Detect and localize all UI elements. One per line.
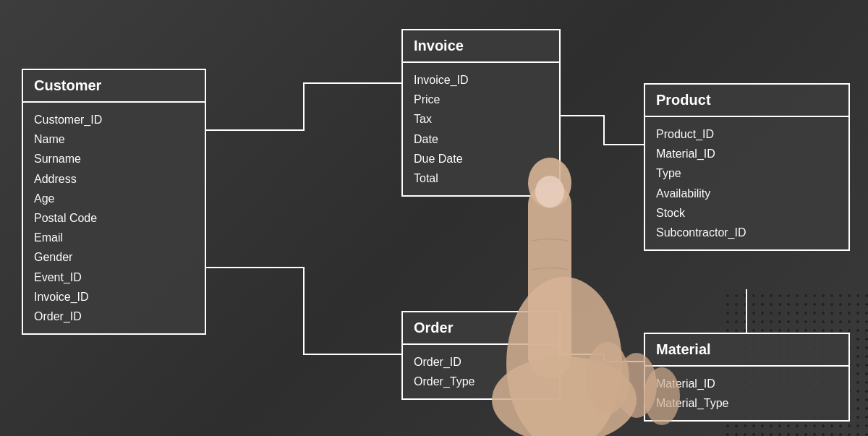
field-order-type: Order_Type	[414, 372, 548, 391]
field-name: Name	[34, 129, 194, 149]
order-table-fields: Order_ID Order_Type	[403, 345, 559, 398]
field-postal-code: Postal Code	[34, 208, 194, 228]
field-due-date: Due Date	[414, 149, 548, 168]
field-order-id: Order_ID	[34, 307, 194, 326]
field-customer-id: Customer_ID	[34, 110, 194, 129]
field-subcontractor-id: Subcontractor_ID	[656, 223, 838, 242]
field-email: Email	[34, 228, 194, 247]
product-table: Product Product_ID Material_ID Type Avai…	[644, 83, 850, 251]
field-availability: Availability	[656, 184, 838, 203]
field-invoice-id: Invoice_ID	[34, 287, 194, 307]
field-surname: Surname	[34, 149, 194, 168]
field-date: Date	[414, 129, 548, 149]
field-event-id: Event_ID	[34, 268, 194, 287]
product-table-fields: Product_ID Material_ID Type Availability…	[645, 117, 848, 249]
field-price: Price	[414, 90, 548, 109]
field-material-type: Material_Type	[656, 393, 838, 413]
field-material-id: Material_ID	[656, 374, 838, 393]
field-address: Address	[34, 169, 194, 189]
field-invoice-id: Invoice_ID	[414, 70, 548, 90]
order-table-header: Order	[403, 312, 559, 345]
field-product-id: Product_ID	[656, 124, 838, 144]
field-tax: Tax	[414, 109, 548, 129]
material-table: Material Material_ID Material_Type	[644, 333, 850, 422]
invoice-table-fields: Invoice_ID Price Tax Date Due Date Total	[403, 63, 559, 195]
field-type: Type	[656, 163, 838, 183]
invoice-table: Invoice Invoice_ID Price Tax Date Due Da…	[401, 29, 561, 197]
field-age: Age	[34, 189, 194, 208]
field-order-id: Order_ID	[414, 352, 548, 372]
field-gender: Gender	[34, 247, 194, 267]
material-table-fields: Material_ID Material_Type	[645, 367, 848, 420]
field-stock: Stock	[656, 203, 838, 223]
field-total: Total	[414, 168, 548, 188]
customer-table-header: Customer	[23, 70, 205, 103]
order-table: Order Order_ID Order_Type	[401, 311, 561, 400]
field-material-id: Material_ID	[656, 144, 838, 163]
invoice-table-header: Invoice	[403, 30, 559, 63]
material-table-header: Material	[645, 334, 848, 367]
product-table-header: Product	[645, 85, 848, 117]
customer-table-fields: Customer_ID Name Surname Address Age Pos…	[23, 103, 205, 333]
customer-table: Customer Customer_ID Name Surname Addres…	[22, 69, 206, 335]
